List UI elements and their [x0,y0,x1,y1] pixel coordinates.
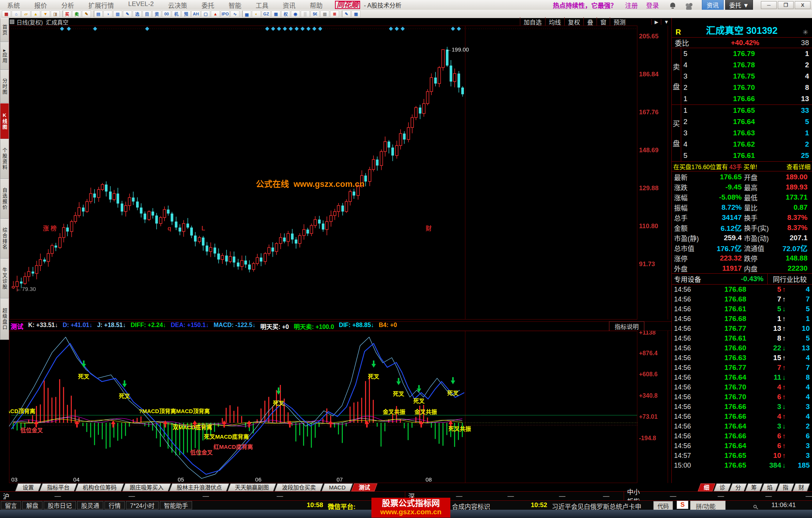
toolbar-icon[interactable]: 选 [133,11,142,17]
main-kline-chart[interactable] [9,26,671,320]
indicator-tab[interactable]: 机构仓位筹码 [77,483,123,491]
status-button[interactable]: 股市日记 [44,501,76,509]
toolbar-icon[interactable]: 权 [281,11,290,17]
panel-tab[interactable]: 筹 [747,483,761,491]
toolbar-icon[interactable]: ⌂ [12,11,21,17]
chevron-down-icon[interactable]: ▼ [661,19,671,25]
sidebar-item[interactable]: 分时图 [0,70,9,103]
tick-row[interactable]: 14:56 176.66 3↓ 3 [672,402,812,412]
tick-row[interactable]: 14:56 176.68 7↑ 7 [672,294,812,304]
toolbar-icon[interactable]: 目 [142,11,151,17]
chart-header-button[interactable]: 均线 [545,17,564,27]
toolbar-icon[interactable]: ▼ [41,11,50,17]
news-button[interactable]: 资讯 [702,0,724,11]
industry-compare-button[interactable]: 同行业比较 [767,274,812,284]
sector-name[interactable]: 专用设备 [672,274,701,284]
menu-item[interactable]: 委托 [194,0,221,10]
buy-level-row[interactable]: 4 176.62 2 [681,139,812,150]
menu-item[interactable]: 扩展行情 [81,0,121,10]
indicator-tab[interactable]: 天天躺赢副图 [229,483,275,491]
indicator-tab[interactable]: 波段加仓买卖 [276,483,322,491]
toolbar-icon[interactable]: ∿ [230,11,239,17]
toolbar-icon[interactable]: ◉ [291,11,300,17]
toolbar-icon[interactable]: AH [191,11,200,17]
tick-row[interactable]: 14:56 176.64 3↓ 2 [672,421,812,431]
toolbar-icon[interactable]: ▦ [2,11,11,17]
stock-title[interactable]: 汇成真空 301392 [681,23,802,36]
indicator-tab[interactable]: 设置 [17,483,40,491]
sidebar-item[interactable]: 综合排名 [0,219,9,259]
promo-text[interactable]: 热点持续性，它最强？ [553,0,617,10]
toolbar-icon[interactable]: ▢ [201,11,210,17]
toolbar-icon[interactable]: 00 [162,11,171,17]
toolbar-icon[interactable]: ▱ [21,11,30,17]
tick-row[interactable]: 14:56 176.70 4↑ 4 [672,382,812,392]
panel-tab[interactable]: 指 [778,483,793,491]
sell-level-row[interactable]: 1 176.66 13 [681,93,812,105]
toolbar-icon[interactable]: ✎ [82,11,91,17]
toolbar-icon[interactable]: ▅ [242,11,251,17]
menu-item[interactable]: 资讯 [276,0,303,10]
chart-header-button[interactable]: 窗 [597,17,610,27]
toolbar-icon[interactable]: ▲ [31,11,40,17]
toolbar-icon[interactable]: 预 [182,11,191,17]
tick-row[interactable]: 14:56 176.77 7↑ 7 [672,363,812,373]
tick-row[interactable]: 14:56 176.66 4↑ 4 [672,412,812,421]
toolbar-icon[interactable]: ≣ [330,11,339,17]
sell-level-row[interactable]: 3 176.75 4 [681,71,812,82]
status-button[interactable]: 7*24小时 [126,501,159,509]
code-input[interactable]: 代码 [653,501,673,510]
menu-item[interactable]: 分析 [54,0,81,10]
bell-icon[interactable] [670,3,675,7]
status-button[interactable]: 智能助手 [160,501,192,509]
sell-level-row[interactable]: 5 176.79 1 [681,48,812,59]
menu-item[interactable]: 系统 [0,0,27,10]
search-icon[interactable] [753,505,757,508]
menu-item[interactable]: 报价 [27,0,54,10]
tick-row[interactable]: 14:56 176.64 11↓ 8 [672,373,812,382]
ime-logo-icon[interactable]: S [677,501,688,509]
toolbar-icon[interactable]: 机 [172,11,181,17]
indicator-help-button[interactable]: 指标说明 [609,321,644,331]
status-button[interactable]: 解盘 [22,501,42,509]
tick-row[interactable]: 14:56 176.68 5↑ 4 [672,285,812,294]
toolbar-icon[interactable]: ▤ [94,11,103,17]
toolbar-icon[interactable]: GZ [262,11,271,17]
sidebar-item[interactable]: 牛叉诊股 [0,259,9,298]
toolbar-icon[interactable]: ▒ [301,11,310,17]
buy-level-row[interactable]: 1 176.65 33 [681,105,812,116]
tick-row[interactable]: 14:56 176.61 5↓ 5 [672,304,812,314]
toolbar-icon[interactable]: ▲ [211,11,220,17]
tick-row[interactable]: 14:56 176.77 13↑ 10 [672,324,812,333]
sidebar-item[interactable]: K线图 [0,103,9,139]
register-link[interactable]: 注册 [625,0,638,10]
index-section-zxb[interactable]: 中小板指 — — — — [624,492,812,500]
tick-row[interactable]: 14:56 176.68 1↑ 1 [672,314,812,324]
panel-tab[interactable]: 诊 [715,483,730,491]
indicator-tab[interactable]: 跟庄吸筹买入 [124,483,170,491]
toolbar-icon[interactable]: ▥ [320,11,329,17]
chart-period-label[interactable]: 日线(复权) [17,18,43,26]
sidebar-item[interactable]: 个股资料 [0,139,9,179]
indicator-tab[interactable]: MACD [323,483,351,491]
panel-tab[interactable]: 分 [731,483,745,491]
minimize-button[interactable]: ─ [761,1,777,9]
indicator-name[interactable]: 测试 [11,321,23,331]
chart-header-button[interactable]: 复权 [564,17,583,27]
gear-icon[interactable]: ✳ [803,28,808,36]
tick-row[interactable]: 14:56 176.63 15↑ 4 [672,353,812,363]
toolbar-icon[interactable]: 买 [62,11,71,17]
sidebar-item[interactable]: 超级盘口 [0,298,9,340]
status-button[interactable]: 行情 [105,501,125,509]
chart-header-button[interactable]: 叠 [583,17,597,27]
toolbar-icon[interactable]: ◑ [103,11,112,17]
people-icon[interactable] [686,3,689,7]
indicator-chart[interactable] [9,331,671,483]
panel-tab[interactable]: 财 [794,483,809,491]
indicator-tab[interactable]: 指标平台 [41,483,76,491]
menu-item[interactable]: 智能 [221,0,248,10]
indicator-tab[interactable]: 股林主升浪潜伏点 [171,483,228,491]
toolbar-icon[interactable]: ◐ [252,11,261,17]
menu-item[interactable]: 帮助 [303,0,330,10]
buy-level-row[interactable]: 5 176.61 25 [681,150,812,161]
